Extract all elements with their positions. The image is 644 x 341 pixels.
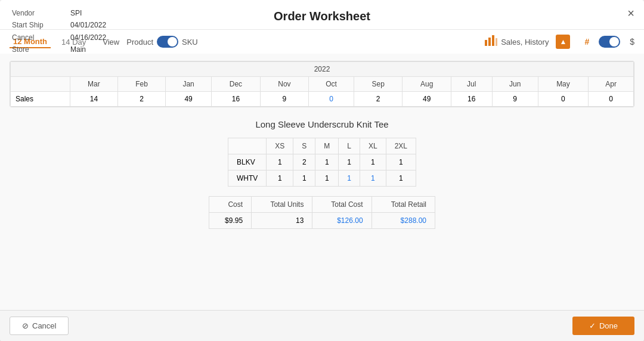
cost-table: Cost Total Units Total Cost Total Retail… [209,196,435,229]
col-header-nov: Nov [260,77,308,92]
col-header-apr: Apr [589,77,634,92]
dollar-symbol: $ [630,37,634,46]
cell-feb: 2 [117,92,165,107]
col-header-oct: Oct [309,77,354,92]
view-toggle-wrap: Product SKU [126,36,198,48]
checkmark-icon: ✓ [589,321,596,330]
col-header-jun: Jun [492,77,538,92]
blkv-xs: 1 [267,154,293,170]
cell-oct: 0 [309,92,354,107]
size-col-s: S [293,138,315,154]
cost-col-total-units: Total Units [252,197,312,213]
row-label-sales: Sales [11,92,70,107]
col-header-dec: Dec [212,77,260,92]
size-table: XS S M L XL 2XL BLKV 1 2 1 1 [228,138,416,187]
bar-chart-icon [484,35,497,49]
whtv-s: 1 [293,170,315,187]
size-col-m: M [315,138,339,154]
col-header-sep: Sep [354,77,402,92]
col-header-mar: Mar [70,77,117,92]
col-header-aug: Aug [402,77,451,92]
table-row: WHTV 1 1 1 1 1 1 [228,170,416,187]
sales-history-label: Sales, History [501,38,549,46]
svg-rect-2 [492,35,494,46]
view-sku-label: SKU [182,38,198,46]
size-col-2xl: 2XL [386,138,416,154]
cell-jan: 49 [166,92,212,107]
unit-toggle[interactable] [599,36,620,48]
col-header-jul: Jul [451,77,492,92]
cell-nov: 9 [260,92,308,107]
blkv-s: 2 [293,154,315,170]
size-col-empty [228,138,266,154]
cell-mar: 14 [70,92,117,107]
view-toggle[interactable] [157,36,178,48]
whtv-m: 1 [315,170,339,187]
done-button[interactable]: ✓ Done [572,317,634,335]
cost-col-cost: Cost [209,197,252,213]
size-table-wrap: XS S M L XL 2XL BLKV 1 2 1 1 [10,138,634,187]
collapse-button[interactable]: ▲ [556,35,570,49]
sales-history-button[interactable]: Sales, History [484,35,549,49]
whtv-2xl: 1 [386,170,416,187]
cell-sep: 2 [354,92,402,107]
whtv-l: 1 [339,170,360,187]
view-product-label: Product [126,38,153,46]
col-header-may: May [538,77,588,92]
whtv-xs: 1 [267,170,293,187]
cell-aug: 49 [402,92,451,107]
cancel-label: Cancel [32,321,56,330]
modal: Vendor SPI Start Ship 04/01/2022 Cancel … [0,0,644,341]
total-cost-value: $126.00 [312,213,371,229]
sales-history-table-wrap: 2022 Mar Feb Jan Dec Nov Oct Sep Aug Jul… [10,61,634,107]
cancel-button[interactable]: ⊘ Cancel [10,317,69,335]
size-col-xs: XS [267,138,293,154]
cancel-icon: ⊘ [22,321,29,330]
blkv-xl: 1 [360,154,386,170]
table-row: BLKV 1 2 1 1 1 1 [228,154,416,170]
cost-col-total-cost: Total Cost [312,197,371,213]
cell-jul: 16 [451,92,492,107]
done-label: Done [599,321,618,330]
cost-value: $9.95 [209,213,252,229]
cost-table-wrap: Cost Total Units Total Cost Total Retail… [10,196,634,229]
row-label-blkv: BLKV [228,154,266,170]
svg-rect-0 [485,40,487,46]
blkv-m: 1 [315,154,339,170]
modal-title: Order Worksheet [12,10,632,23]
table-row: $9.95 13 $126.00 $288.00 [209,213,435,229]
total-retail-value: $288.00 [371,213,435,229]
cost-col-total-retail: Total Retail [371,197,435,213]
modal-body: 2022 Mar Feb Jan Dec Nov Oct Sep Aug Jul… [0,54,644,310]
blkv-2xl: 1 [386,154,416,170]
whtv-xl: 1 [360,170,386,187]
cell-may: 0 [538,92,588,107]
modal-footer: ⊘ Cancel ✓ Done [0,310,644,341]
col-header-feb: Feb [117,77,165,92]
modal-header: Order Worksheet × [0,0,644,29]
size-col-xl: XL [360,138,386,154]
size-col-l: L [339,138,360,154]
table-row: Sales 14 2 49 16 9 0 2 49 16 9 0 0 [11,92,634,107]
col-header-empty [11,77,70,92]
total-units-value: 13 [252,213,312,229]
product-title: Long Sleeve Underscrub Knit Tee [10,119,634,129]
cancel-value: 04/16/2022 [70,32,106,44]
svg-rect-1 [488,38,491,46]
cell-jun: 9 [492,92,538,107]
blkv-l: 1 [339,154,360,170]
row-label-whtv: WHTV [228,170,266,187]
svg-rect-3 [496,38,497,46]
hash-symbol: # [584,37,589,46]
cell-dec: 16 [212,92,260,107]
year-header: 2022 [11,62,634,77]
cell-apr: 0 [589,92,634,107]
cancel-label: Cancel [12,32,66,44]
sales-history-table: 2022 Mar Feb Jan Dec Nov Oct Sep Aug Jul… [10,61,634,107]
close-button[interactable]: × [627,7,634,19]
col-header-jan: Jan [166,77,212,92]
